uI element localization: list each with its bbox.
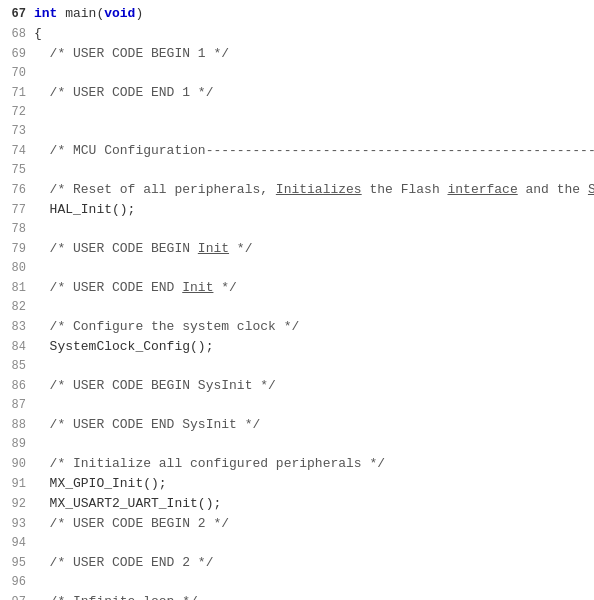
line-number: 85 [4,357,34,376]
code-line: 89 [0,435,594,454]
line-number: 79 [4,240,34,259]
line-content: MX_USART2_UART_Init(); [34,494,590,513]
code-line: 96 [0,573,594,592]
line-number: 77 [4,201,34,220]
code-line: 77 HAL_Init(); [0,200,594,220]
code-line: 69 /* USER CODE BEGIN 1 */ [0,44,594,64]
code-line: 82 [0,298,594,317]
code-line: 83 /* Configure the system clock */ [0,317,594,337]
code-line: 67 int main(void) [0,4,594,24]
line-content: /* Initialize all configured peripherals… [34,454,590,473]
line-number: 88 [4,416,34,435]
line-content: int main(void) [34,4,590,23]
line-number: 74 [4,142,34,161]
line-content: /* USER CODE BEGIN Init */ [34,239,590,258]
line-content: /* MCU Configuration--------------------… [34,141,594,160]
line-content: /* USER CODE END 2 */ [34,553,590,572]
line-number: 80 [4,259,34,278]
line-number: 93 [4,515,34,534]
code-line: 93 /* USER CODE BEGIN 2 */ [0,514,594,534]
code-line: 91 MX_GPIO_Init(); [0,474,594,494]
line-number: 94 [4,534,34,553]
line-number: 83 [4,318,34,337]
line-number: 96 [4,573,34,592]
line-number: 69 [4,45,34,64]
code-line: 86 /* USER CODE BEGIN SysInit */ [0,376,594,396]
code-line: 87 [0,396,594,415]
line-number: 82 [4,298,34,317]
code-line: 78 [0,220,594,239]
line-number: 87 [4,396,34,415]
code-editor: 67 int main(void) 68 { 69 /* USER CODE B… [0,0,594,600]
code-line: 71 /* USER CODE END 1 */ [0,83,594,103]
line-number: 81 [4,279,34,298]
line-number: 75 [4,161,34,180]
line-content: { [34,24,590,43]
code-line: 70 [0,64,594,83]
code-line: 74 /* MCU Configuration-----------------… [0,141,594,161]
line-number: 86 [4,377,34,396]
line-content: HAL_Init(); [34,200,590,219]
line-content: /* USER CODE END SysInit */ [34,415,590,434]
line-content: /* USER CODE BEGIN SysInit */ [34,376,590,395]
code-line: 68 { [0,24,594,44]
code-line: 85 [0,357,594,376]
code-line: 95 /* USER CODE END 2 */ [0,553,594,573]
line-content: /* USER CODE END 1 */ [34,83,590,102]
code-line: 94 [0,534,594,553]
code-line: 81 /* USER CODE END Init */ [0,278,594,298]
code-line: 84 SystemClock_Config(); [0,337,594,357]
code-line: 97 /* Infinite loop */ [0,592,594,600]
line-content: /* USER CODE END Init */ [34,278,590,297]
line-number: 90 [4,455,34,474]
code-line: 76 /* Reset of all peripherals, Initiali… [0,180,594,200]
code-line: 79 /* USER CODE BEGIN Init */ [0,239,594,259]
line-number: 84 [4,338,34,357]
line-number: 89 [4,435,34,454]
line-content: /* Reset of all peripherals, Initializes… [34,180,594,199]
line-number: 76 [4,181,34,200]
line-content: /* USER CODE BEGIN 2 */ [34,514,590,533]
line-number: 91 [4,475,34,494]
line-number: 78 [4,220,34,239]
line-content: /* Infinite loop */ [34,592,590,600]
code-line: 73 [0,122,594,141]
code-line: 92 MX_USART2_UART_Init(); [0,494,594,514]
line-number: 70 [4,64,34,83]
line-number: 95 [4,554,34,573]
line-number: 97 [4,593,34,600]
code-line: 75 [0,161,594,180]
code-line: 80 [0,259,594,278]
line-content: MX_GPIO_Init(); [34,474,590,493]
line-number: 71 [4,84,34,103]
line-content: SystemClock_Config(); [34,337,590,356]
line-number: 68 [4,25,34,44]
line-number: 92 [4,495,34,514]
line-number: 67 [4,5,34,24]
code-line: 90 /* Initialize all configured peripher… [0,454,594,474]
line-content: /* USER CODE BEGIN 1 */ [34,44,590,63]
line-number: 72 [4,103,34,122]
code-line: 72 [0,103,594,122]
line-number: 73 [4,122,34,141]
line-content: /* Configure the system clock */ [34,317,590,336]
code-line: 88 /* USER CODE END SysInit */ [0,415,594,435]
